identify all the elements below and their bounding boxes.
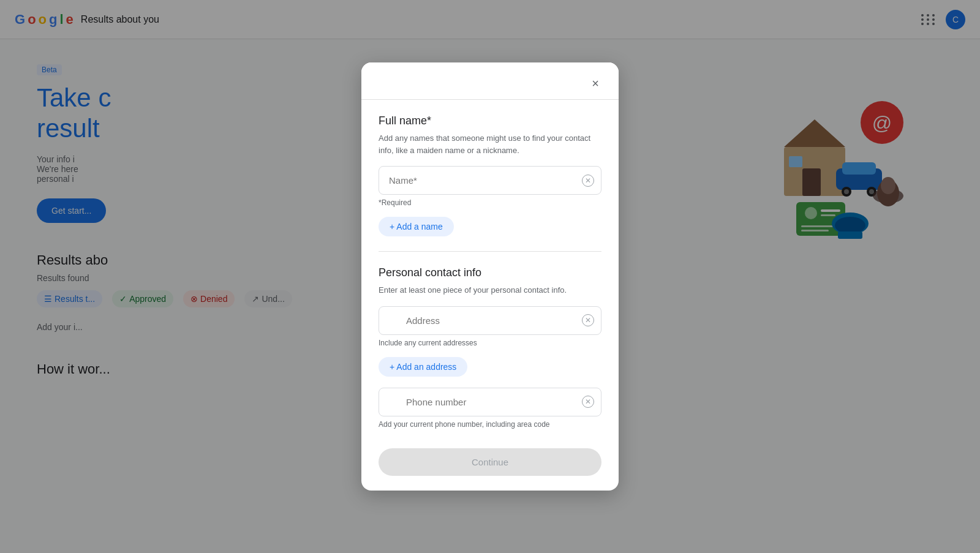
full-name-description: Add any names that someone might use to … — [379, 132, 601, 156]
modal-body: Full name* Add any names that someone mi… — [361, 100, 619, 429]
full-name-title: Full name* — [379, 115, 601, 127]
section-divider — [379, 251, 601, 252]
phone-clear-icon[interactable]: ✕ — [582, 396, 594, 408]
name-input-wrapper: ✕ — [379, 166, 601, 195]
required-note: *Required — [379, 198, 601, 207]
phone-input[interactable] — [379, 388, 601, 416]
name-clear-icon[interactable]: ✕ — [582, 175, 594, 187]
modal-overlay[interactable]: × Full name* Add any names that someone … — [0, 0, 980, 553]
phone-input-wrapper: 📞 ✕ — [379, 388, 601, 416]
continue-button[interactable]: Continue — [379, 448, 601, 476]
full-name-section: Full name* Add any names that someone mi… — [379, 115, 601, 236]
name-input[interactable] — [379, 166, 601, 195]
address-input-wrapper: 🏠 ✕ — [379, 306, 601, 335]
modal-dialog: × Full name* Add any names that someone … — [361, 62, 619, 491]
contact-info-section: Personal contact info Enter at least one… — [379, 266, 601, 429]
add-name-button[interactable]: + Add a name — [379, 217, 454, 236]
add-address-button[interactable]: + Add an address — [379, 357, 467, 377]
contact-section-title: Personal contact info — [379, 266, 601, 279]
close-button[interactable]: × — [584, 72, 606, 94]
contact-section-description: Enter at least one piece of your persona… — [379, 284, 601, 296]
address-clear-icon[interactable]: ✕ — [582, 314, 594, 326]
modal-header: × — [361, 62, 619, 100]
address-input[interactable] — [379, 306, 601, 335]
phone-hint: Add your current phone number, including… — [379, 420, 601, 429]
address-hint: Include any current addresses — [379, 339, 601, 347]
